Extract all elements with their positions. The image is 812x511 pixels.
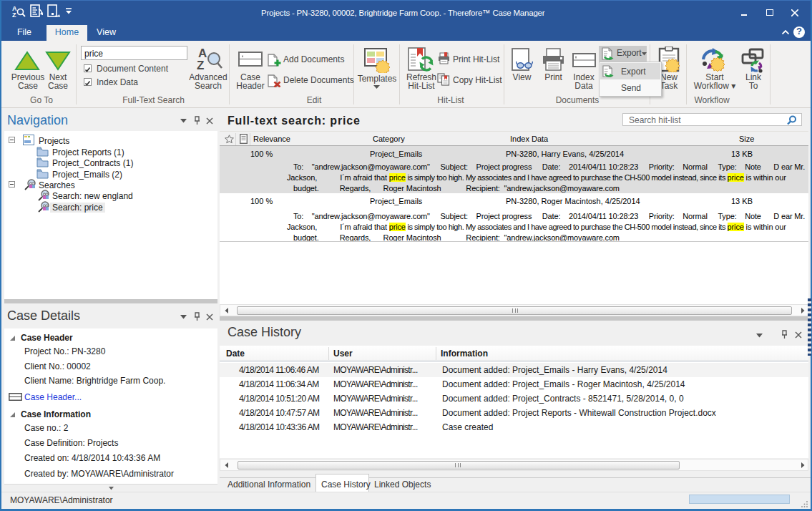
svg-text:Z: Z <box>197 59 204 71</box>
svg-text:Z: Z <box>12 11 16 18</box>
